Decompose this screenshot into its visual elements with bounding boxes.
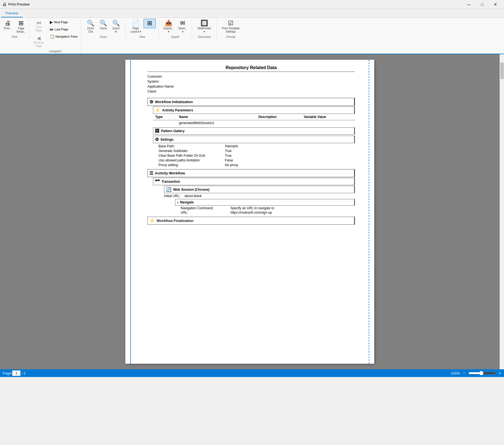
row-name: generatedWebSession1 <box>177 120 256 126</box>
settings-value-1: True <box>225 149 232 153</box>
page-setup-button[interactable]: ⊞ PageSetup... <box>14 19 28 35</box>
transaction-icon: ❝❞ <box>155 179 160 184</box>
last-page-label: Last Page <box>54 28 68 31</box>
last-page-button[interactable]: ⏭ Last Page <box>48 26 79 33</box>
settings-icon: ⚙ <box>155 137 159 142</box>
col-var: Variable Value <box>302 114 355 120</box>
navigation-pane-button[interactable]: 📋 Navigation Pane <box>48 33 79 40</box>
page-preview[interactable]: Repository Related Data Customer: System… <box>0 54 500 369</box>
ribbon-group-zoom: 🔍 ZoomOut 🔍 Zoom 🔍 ZoomIn Zoom <box>81 19 126 39</box>
activity-params-header: ⚡ Activity Parameters <box>153 106 355 114</box>
current-page-input[interactable] <box>12 370 20 376</box>
ribbon-group-export: 📤 Export...▾ ✉ Send...▾ Export <box>159 19 192 39</box>
transaction-title: Transaction <box>162 180 180 184</box>
export-icon: 📤 <box>165 20 172 26</box>
activity-params-icon: ⚡ <box>155 108 160 113</box>
zoom-level: 100% <box>451 371 460 375</box>
view-mode-button[interactable]: ⊞ <box>144 19 156 28</box>
settings-header: ⚙ Settings <box>153 136 355 143</box>
next-page-icon: ▶ <box>50 20 53 24</box>
send-button[interactable]: ✉ Send...▾ <box>176 19 189 35</box>
initial-url-label: Initial URL: <box>164 194 180 198</box>
export-group-label: Export <box>171 35 179 39</box>
settings-row-2: Clear Base Path Folder On Exit: True <box>159 154 355 158</box>
web-session-header: 🔄 Web Session (Chrome) <box>164 186 355 193</box>
repo-section-title: Repository Related Data <box>147 65 355 72</box>
workflow-init-title: Workflow Initialization <box>155 100 193 104</box>
zoom-out-icon: 🔍 <box>87 20 94 26</box>
navigation-group-label: navigation <box>49 50 62 54</box>
print-button[interactable]: 🖨 Print... <box>2 19 14 32</box>
scrollbar[interactable] <box>500 54 504 369</box>
nav-field-label-1: URL: <box>181 211 230 214</box>
activity-workflow-title: Activity Workflow <box>155 171 185 175</box>
zoom-in-button[interactable]: 🔍 ZoomIn <box>110 19 122 35</box>
web-session-title: Web Session (Chrome) <box>173 188 209 192</box>
navigate-title: Navigate <box>180 200 194 204</box>
workflow-init-header: ⚙ Workflow Initialization <box>147 98 355 106</box>
ribbon: 🖨 Print... ⊞ PageSetup... Print ⏮ FirstP… <box>0 18 504 54</box>
ribbon-group-print: 🖨 Print... ⊞ PageSetup... Print <box>0 19 30 39</box>
print-template-button[interactable]: ☑ Print TemplateSettings <box>220 19 241 35</box>
printer-icon: 🖨 <box>5 20 11 26</box>
customer-field: Customer: <box>147 75 355 78</box>
app-icon: 🖨 <box>2 2 7 7</box>
settings-title: Settings <box>160 138 173 142</box>
export-label: Export...▾ <box>163 27 174 33</box>
row-type <box>153 120 177 126</box>
workflow-final-section: ⚡ Workflow Finalization <box>147 217 355 225</box>
zoom-icon: 🔍 <box>100 20 107 26</box>
settings-row-0: Base Path: %temp% <box>159 144 355 148</box>
scrollbar-thumb[interactable] <box>500 62 504 79</box>
activity-workflow-icon: ☰ <box>149 171 153 176</box>
close-button[interactable]: ✕ <box>489 0 502 9</box>
nav-field-value-0: Specify an URL to navigate to <box>230 206 274 210</box>
ribbon-group-navigation: ⏮ FirstPage ◀ PreviousPage ▶ Next Page ⏭… <box>30 19 81 54</box>
print-label: Print... <box>4 27 12 30</box>
nav-field-0: Navigation Command: Specify an URL to na… <box>181 206 355 210</box>
settings-label-1: Generate Subfolder: <box>159 149 225 153</box>
zoom-button[interactable]: 🔍 Zoom <box>97 19 110 32</box>
watermark-icon: 🔲 <box>201 20 208 26</box>
window-controls: — □ ✕ <box>463 0 502 9</box>
app-name-field: Application Name: <box>147 85 355 88</box>
next-page-button[interactable]: ▶ Next Page <box>48 19 79 25</box>
zoom-max-icon[interactable]: + <box>499 371 501 376</box>
watermark-button[interactable]: 🔲 Watermark▾ <box>196 19 213 35</box>
export-button[interactable]: 📤 Export...▾ <box>162 19 176 35</box>
status-bar: Page: / 2 100% − + <box>0 369 504 377</box>
settings-value-2: True <box>225 154 232 158</box>
total-pages: / 2 <box>22 371 25 375</box>
view-mode-icon: ⊞ <box>147 20 152 26</box>
zoom-out-button[interactable]: 🔍 ZoomOut <box>85 19 97 35</box>
document-group-label: Document <box>198 35 211 39</box>
send-label: Send...▾ <box>178 27 187 33</box>
title-bar: 🖨 Print Preview — □ ✕ <box>0 0 504 9</box>
workflow-init-icon: ⚙ <box>149 99 153 104</box>
minimize-button[interactable]: — <box>463 0 475 9</box>
col-desc: Description <box>256 114 302 120</box>
previous-page-button[interactable]: ◀ PreviousPage <box>31 34 46 49</box>
ribbon-group-format: ☑ Print TemplateSettings Format <box>217 19 245 39</box>
zoom-min-icon[interactable]: − <box>463 371 465 376</box>
navigation-pane-label: Navigation Pane <box>55 35 78 38</box>
page-label: Page: <box>3 371 12 375</box>
initial-url-row: Initial URL: about:blank <box>164 194 355 198</box>
zoom-slider[interactable] <box>468 371 496 375</box>
tab-preview[interactable]: Preview <box>1 9 23 17</box>
first-page-button[interactable]: ⏮ FirstPage <box>31 19 46 34</box>
maximize-button[interactable]: □ <box>476 0 489 9</box>
page-layout-button[interactable]: 📄 PageLayout ▾ <box>129 19 143 35</box>
last-page-icon: ⏭ <box>50 27 54 32</box>
nav-field-label-0: Navigation Command: <box>181 206 230 210</box>
navigation-pane-icon: 📋 <box>50 34 54 39</box>
tab-bar: Preview <box>0 9 504 18</box>
navigate-header: › Navigate <box>175 199 355 206</box>
activity-params-table: Type Name Description Variable Value gen… <box>153 114 355 126</box>
repo-fields: Customer: System: Application Name: Clie… <box>147 75 355 93</box>
view-group-label: View <box>139 35 145 39</box>
col-name: Name <box>177 114 256 120</box>
pattern-gallery-icon: 🖼 <box>155 129 159 134</box>
settings-label-2: Clear Base Path Folder On Exit: <box>159 154 225 158</box>
initial-url-value: about:blank <box>185 194 202 198</box>
